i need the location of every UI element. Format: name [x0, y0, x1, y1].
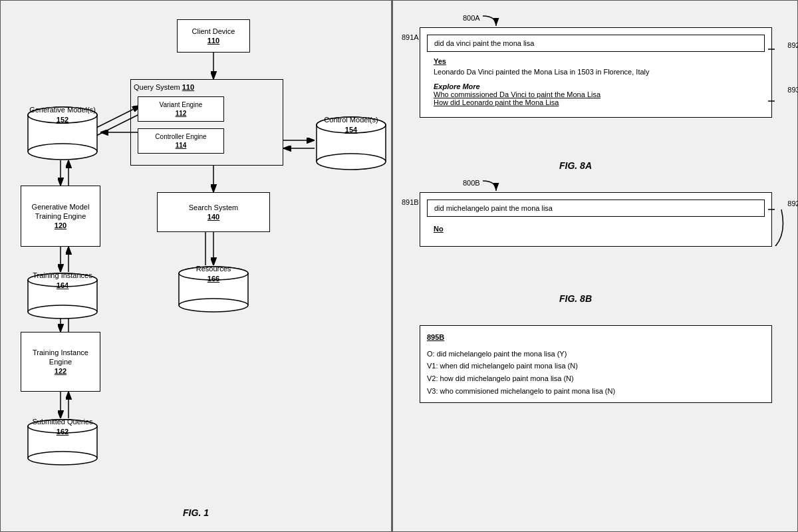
- ref-891a: 891A: [402, 33, 419, 41]
- controller-engine-box: Controller Engine 114: [138, 128, 224, 154]
- generative-models-cylinder: Generative Model(s) 152: [26, 106, 99, 162]
- svg-point-47: [28, 452, 97, 465]
- svg-point-35: [28, 305, 97, 319]
- fig8a-label: FIG. 8A: [559, 160, 592, 171]
- fig8b-label: FIG. 8B: [559, 293, 592, 304]
- submitted-queries-cylinder: Submitted Queries 162: [26, 418, 99, 468]
- ref-800b: 800B: [463, 179, 480, 187]
- resources-cylinder: Resources 166: [177, 265, 250, 315]
- ref-892a: 892A: [787, 41, 798, 49]
- fig8a-link1: Who commissioned Da Vinci to paint the M…: [434, 90, 758, 98]
- ref-892b: 892B: [787, 200, 798, 207]
- ref-893a: 893A: [787, 86, 798, 94]
- ref-891b: 891B: [402, 198, 419, 206]
- client-device-box: Client Device 110: [177, 19, 250, 53]
- fig8a-explore: Explore More: [434, 82, 758, 90]
- svg-point-41: [179, 299, 248, 312]
- fig8a-query-box: did da vinci paint the mona lisa: [427, 35, 765, 52]
- svg-point-23: [28, 144, 97, 160]
- fig8a-query-text: did da vinci paint the mona lisa: [434, 39, 534, 47]
- ref-800a: 800A: [463, 14, 480, 22]
- fig8b-outer-box: 891B did michelangelo paint the mona lis…: [420, 192, 772, 247]
- fig8a-outer-box: 891A did da vinci paint the mona lisa Ye…: [420, 27, 772, 118]
- fig1-label: FIG. 1: [183, 507, 209, 518]
- fig8b-bottom-line2: V2: how did michelangelo paint mona lisa…: [427, 372, 765, 385]
- variant-engine-box: Variant Engine 112: [138, 96, 224, 122]
- fig8-container: 800A 891A did da vinci paint the mona li…: [400, 7, 791, 525]
- training-instance-engine-box: Training Instance Engine 122: [21, 332, 100, 392]
- fig8a-link2: How did Leonardo paint the Mona Lisa: [434, 98, 758, 106]
- left-panel: Client Device 110 Query System 110 Varia…: [0, 0, 392, 532]
- svg-point-29: [317, 154, 386, 170]
- fig1-diagram: Client Device 110 Query System 110 Varia…: [7, 7, 384, 525]
- fig8b-bottom-line3: V3: who commisioned michelangelo to pain…: [427, 385, 765, 398]
- fig8b-query-text: did michelangelo paint the mona lisa: [434, 204, 553, 212]
- fig8b-bottom-line0: O: did michelangelo paint the mona lisa …: [427, 348, 765, 360]
- control-models-cylinder: Control Model(s) 154: [315, 116, 388, 172]
- gen-model-training-box: Generative Model Training Engine 120: [21, 186, 100, 247]
- fig8a-yes: Yes: [434, 57, 758, 65]
- right-panel: 800A 891A did da vinci paint the mona li…: [392, 0, 798, 532]
- query-system-box: Query System 110 Variant Engine 112 Cont…: [130, 79, 283, 166]
- fig8b-query-box: did michelangelo paint the mona lisa: [427, 200, 765, 217]
- fig8a-answer-text: Leonardo Da Vinci painted the Mona Lisa …: [434, 68, 758, 76]
- fig8a-answer: Yes Leonardo Da Vinci painted the Mona L…: [427, 52, 765, 110]
- fig8b-answer: No: [427, 217, 765, 239]
- fig8b-bottom-line1: V1: when did michelangelo paint mona lis…: [427, 360, 765, 372]
- fig8b-bottom-box: 895B O: did michelangelo paint the mona …: [420, 325, 772, 403]
- search-system-box: Search System 140: [157, 192, 270, 232]
- training-instances-cylinder: Training Instances 164: [26, 272, 99, 322]
